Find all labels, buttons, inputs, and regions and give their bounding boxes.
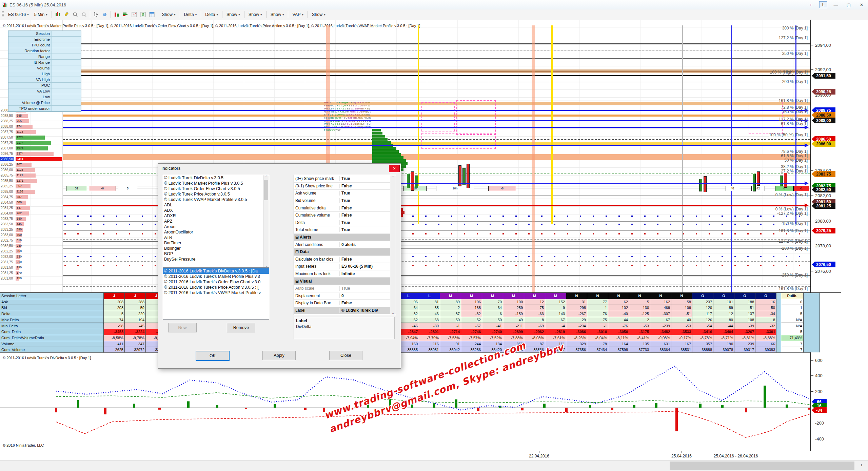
property-label: Delta: [294, 220, 340, 225]
chart-style-icon[interactable]: [54, 11, 61, 18]
scrollbar-thumb[interactable]: [264, 180, 268, 200]
dialog-title-bar[interactable]: Indicators: [158, 164, 401, 172]
indicator-list-item[interactable]: © Ludvík Turek Order Flow Chart v.3.0.5: [163, 186, 263, 191]
table-cell: 109: [671, 305, 692, 311]
property-row[interactable]: Auto scaleTrue: [294, 285, 396, 292]
toolbar-menu-show-3[interactable]: Show▾: [224, 11, 242, 18]
scroll-down-icon[interactable]: ⌄: [265, 264, 268, 267]
panel2-axis[interactable]: 600400200-200-400 6616-34: [810, 352, 868, 451]
configured-indicator-item[interactable]: © 2011-2016 Ludvík Turek's Market Profil…: [163, 274, 269, 279]
property-row[interactable]: DeltaTrue: [294, 219, 396, 227]
indicator-list-item[interactable]: BuySellPressure: [163, 257, 263, 262]
configured-indicator-item[interactable]: © 2011-2016 Ludvík Turek's Price Action …: [163, 285, 269, 290]
zoom-out-icon[interactable]: [80, 11, 88, 18]
property-row[interactable]: Panel2: [294, 314, 396, 315]
indicator-list-item[interactable]: © Ludvík Turek Price Action v.3.0.5: [163, 191, 263, 197]
property-value: True: [340, 220, 396, 225]
close-button[interactable]: ✕: [855, 0, 868, 9]
indicator-list-item[interactable]: ATR: [163, 235, 263, 240]
toolbar-menu-show-0[interactable]: Show▾: [160, 11, 178, 18]
dialog-close-button[interactable]: ✕: [389, 165, 400, 172]
property-section-header[interactable]: ⊟ Visual: [294, 278, 396, 285]
toolbar-menu-show-4[interactable]: Show▾: [246, 11, 264, 18]
date-tick: [736, 451, 736, 453]
property-row[interactable]: Displacement0: [294, 292, 396, 300]
available-indicators-list[interactable]: ⌃ ⌄ © Ludvík Turek DivDelta v.3.0.5© Lud…: [163, 175, 269, 268]
dollar-icon[interactable]: $: [139, 11, 147, 18]
indicator-list-item[interactable]: BOP: [163, 251, 263, 257]
grid-scrollbar[interactable]: ⌃ ⌄: [390, 175, 396, 315]
property-row[interactable]: Calculate on bar closFalse: [294, 256, 396, 263]
scrollbar-thumb[interactable]: [670, 462, 854, 470]
indicator-properties-grid[interactable]: (0+) Show price markTrue(0-1) Show price…: [294, 175, 396, 315]
indicator-list-item[interactable]: © Ludvík Turek Market Profile Plus v.3.0…: [163, 181, 263, 186]
add-icon[interactable]: ＋: [804, 0, 817, 9]
toolbar-menu-vap-6[interactable]: VAP▾: [290, 11, 306, 18]
toolbar-menu-show-7[interactable]: Show▾: [310, 11, 328, 18]
configured-indicator-item[interactable]: © 2011-2016 Ludvík Turek's Order Flow Ch…: [163, 279, 269, 285]
toolbar-grip[interactable]: [2, 11, 4, 18]
property-row[interactable]: Bid volumeTrue: [294, 197, 396, 205]
minimize-button[interactable]: —: [829, 0, 842, 9]
draw-pencil-icon[interactable]: [63, 11, 70, 18]
scroll-up-icon[interactable]: ⌃: [392, 175, 394, 179]
indicator-list-item[interactable]: © Ludvík Turek VWAP Market Profile v.3.0…: [163, 197, 263, 202]
property-row[interactable]: Cumulative deltaFalse: [294, 204, 396, 212]
property-row[interactable]: Total volumeTrue: [294, 226, 396, 234]
indicator-list-item[interactable]: Bollinger: [163, 246, 263, 251]
property-section-header[interactable]: ⊟ Alerts: [294, 234, 396, 241]
indicator-list-item[interactable]: APZ: [163, 219, 263, 224]
chart-window-icon[interactable]: [131, 11, 138, 18]
indicator-list-item[interactable]: ADL: [163, 202, 263, 208]
configured-indicator-item[interactable]: © 2011-2016 Ludvík Turek's VWAP Market P…: [163, 290, 269, 295]
date-axis[interactable]: 22.04.201625.04.201625.04.2016 - 26.04.2…: [0, 451, 868, 460]
property-row[interactable]: Maximum bars lookInfinite: [294, 270, 396, 278]
apply-button[interactable]: Apply: [262, 351, 296, 360]
data-grid-icon[interactable]: [148, 11, 156, 18]
new-button[interactable]: New: [168, 323, 197, 332]
indicator-list-item[interactable]: © Ludvík Turek DivDelta v.3.0.5: [163, 175, 263, 181]
property-row[interactable]: Alert conditions0 alerts: [294, 241, 396, 248]
indicator-list-item[interactable]: BarTimer: [163, 240, 263, 246]
ok-button[interactable]: OK: [196, 351, 230, 361]
zoom-in-icon[interactable]: +: [72, 11, 79, 18]
toolbar-menu-show-5[interactable]: Show▾: [268, 11, 287, 18]
property-row[interactable]: Input seriesES 06-16 (5 Min): [294, 263, 396, 270]
configured-indicators-list[interactable]: © 2011-2016 Ludvík Turek's DivDelta v.3.…: [163, 268, 269, 320]
property-row[interactable]: Display in Data BoxFalse: [294, 300, 396, 307]
table-cell: 50: [755, 305, 776, 311]
scroll-up-icon[interactable]: ⌃: [265, 175, 268, 179]
indicator-list-item[interactable]: ADXR: [163, 213, 263, 219]
remove-button[interactable]: Remove: [227, 323, 255, 332]
scroll-right-icon[interactable]: ›: [861, 462, 862, 468]
orderflow-icon[interactable]: [113, 11, 120, 18]
volume-profile-icon[interactable]: [122, 11, 129, 18]
instrument-link-button[interactable]: L: [819, 1, 827, 8]
decor: [288, 11, 288, 18]
property-row[interactable]: Cumulative volumeFalse: [294, 212, 396, 219]
decor: [216, 405, 218, 408]
property-row[interactable]: (0-1) Show price lineFalse: [294, 183, 396, 190]
property-value: True: [340, 286, 396, 291]
property-row[interactable]: Label© Ludvík Turek Div: [294, 307, 396, 314]
table-cell: -76: [608, 323, 629, 329]
cursor-icon[interactable]: [92, 11, 100, 18]
configured-indicator-item[interactable]: © 2011-2016 Ludvík Turek's DivDelta v.3.…: [163, 268, 269, 274]
indicator-list-item[interactable]: Aroon: [163, 224, 263, 229]
maximize-button[interactable]: ▢: [842, 0, 855, 9]
section-label: ⊟ Visual: [294, 279, 312, 284]
decor: [102, 12, 107, 17]
property-row[interactable]: (0+) Show price markTrue: [294, 175, 396, 183]
crosshair-icon[interactable]: [101, 11, 108, 18]
close-dialog-button[interactable]: Close: [329, 351, 362, 360]
toolbar-menu-delta-1[interactable]: Delta▾: [182, 11, 199, 18]
toolbar-menu-delta-2[interactable]: Delta▾: [203, 11, 220, 18]
scroll-down-icon[interactable]: ⌄: [392, 311, 394, 315]
indicator-list-item[interactable]: ADX: [163, 208, 263, 213]
interval-selector[interactable]: 5 Min▾: [32, 11, 50, 18]
property-section-header[interactable]: ⊟ Data: [294, 248, 396, 256]
indicator-list-item[interactable]: AroonOscillator: [163, 229, 263, 235]
instrument-selector[interactable]: ES 06-16▾: [6, 11, 31, 18]
property-row[interactable]: Ask volumeTrue: [294, 190, 396, 197]
horizontal-scrollbar[interactable]: ›: [0, 460, 868, 471]
